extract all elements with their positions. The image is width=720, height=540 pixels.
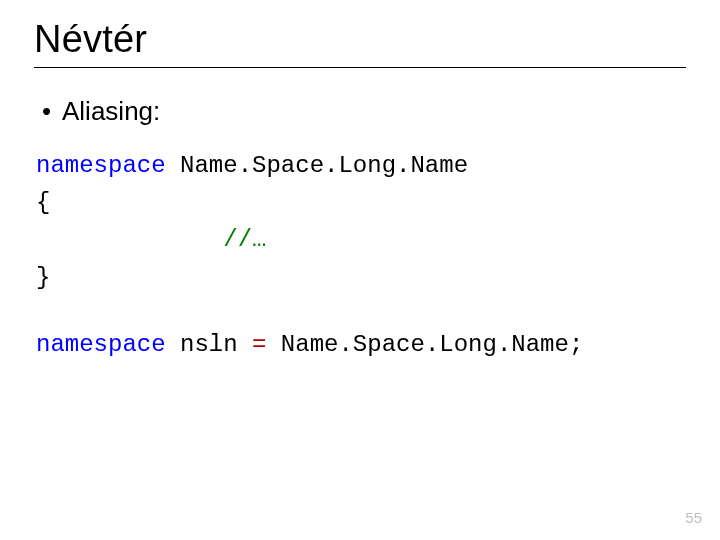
equals-operator: = [252,331,266,358]
bullet-marker: • [42,96,62,127]
alias-name: nsln [180,331,238,358]
code-block-1: namespace Name.Space.Long.Name { //… } [34,147,686,296]
namespace-name: Name.Space.Long.Name [281,331,569,358]
keyword-namespace: namespace [36,152,166,179]
semicolon: ; [569,331,583,358]
brace-close: } [36,264,50,291]
slide: Névtér • Aliasing: namespace Name.Space.… [0,0,720,540]
keyword-namespace: namespace [36,331,166,358]
bullet-text: Aliasing: [62,96,160,127]
namespace-name: Name.Space.Long.Name [180,152,468,179]
page-title: Névtér [34,18,686,61]
spacer [34,296,686,326]
page-number: 55 [685,509,702,526]
comment: //… [223,226,266,253]
code-block-2: namespace nsln = Name.Space.Long.Name; [34,326,686,363]
bullet-item: • Aliasing: [34,96,686,127]
brace-open: { [36,189,50,216]
title-underline [34,67,686,68]
